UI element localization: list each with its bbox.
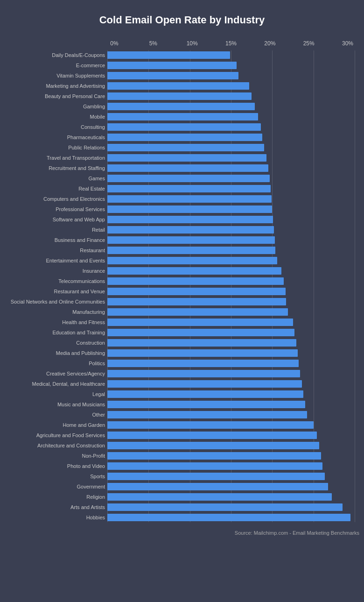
bar-label: Creative Services/Agency: [5, 371, 105, 376]
bar-row: Marketing and Advertising: [107, 81, 355, 91]
bar-label: Computers and Electronics: [5, 196, 105, 202]
bar-row: Arts and Artists: [107, 503, 355, 512]
bar-label: Public Relations: [5, 145, 105, 150]
bar-row: Health and Fitness: [107, 318, 355, 327]
bar-label: Politics: [5, 361, 105, 366]
bar-row: Construction: [107, 338, 355, 347]
bar-label: Architecture and Construction: [5, 443, 105, 448]
bar-row: Social Networks and Online Communities: [107, 297, 355, 306]
bar-label: E-commerce: [5, 63, 105, 68]
bar-label: Education and Training: [5, 330, 105, 335]
x-axis-label: 10%: [185, 40, 199, 47]
bar: [107, 473, 325, 480]
bar: [107, 134, 262, 141]
bar-label: Vitamin Supplements: [5, 73, 105, 78]
bar-row: Creative Services/Agency: [107, 369, 355, 378]
bar: [107, 144, 264, 151]
bar: [107, 298, 286, 305]
bar-row: Restaurant: [107, 246, 355, 255]
bars-area: Daily Deals/E-CouponsE-commerceVitamin S…: [107, 50, 355, 522]
bar-row: Telecommunications: [107, 276, 355, 286]
bar: [107, 154, 266, 162]
x-axis-label: 20%: [263, 40, 277, 47]
bar-label: Photo and Video: [5, 463, 105, 469]
bar: [107, 329, 294, 336]
bar: [107, 257, 277, 264]
bar: [107, 421, 314, 429]
bar-label: Software and Web App: [5, 217, 105, 222]
bar-row: Real Estate: [107, 184, 355, 193]
bar-label: Sports: [5, 474, 105, 479]
bar-label: Non-Profit: [5, 453, 105, 459]
bar-label: Retail: [5, 227, 105, 233]
bar-label: Travel and Transportation: [5, 155, 105, 161]
bar: [107, 503, 343, 511]
bar-label: Agriculture and Food Services: [5, 432, 105, 438]
bar: [107, 205, 272, 213]
bar-label: Construction: [5, 340, 105, 346]
bar: [107, 236, 275, 244]
bar: [107, 185, 271, 192]
bar-label: Restaurant: [5, 248, 105, 253]
bar-label: Arts and Artists: [5, 504, 105, 510]
bar: [107, 82, 249, 90]
bar-row: Religion: [107, 492, 355, 502]
bar-row: Restaurant and Venue: [107, 287, 355, 296]
bar-row: Business and Finance: [107, 235, 355, 245]
bar: [107, 390, 303, 398]
bar: [107, 175, 270, 182]
bar: [107, 226, 274, 234]
bar-row: Home and Garden: [107, 420, 355, 430]
bar: [107, 360, 299, 367]
bar-row: Other: [107, 410, 355, 419]
bar-row: Legal: [107, 390, 355, 399]
bar-row: Agriculture and Food Services: [107, 431, 355, 440]
bar: [107, 247, 275, 254]
bar-row: Media and Publishing: [107, 348, 355, 358]
bar: [107, 380, 302, 388]
bar-label: Gambling: [5, 104, 105, 109]
bar: [107, 493, 332, 501]
bar-row: Insurance: [107, 266, 355, 276]
bar: [107, 483, 328, 490]
bar-label: Insurance: [5, 268, 105, 274]
bar: [107, 319, 293, 326]
bar-label: Legal: [5, 391, 105, 397]
bar-row: Photo and Video: [107, 461, 355, 471]
bar: [107, 216, 273, 223]
bar: [107, 411, 307, 418]
bar: [107, 51, 230, 59]
bar: [107, 514, 350, 521]
bar-label: Mobile: [5, 114, 105, 120]
bar-row: Gambling: [107, 102, 355, 111]
x-axis-label: 15%: [224, 40, 238, 47]
bar-row: Non-Profit: [107, 451, 355, 460]
bar: [107, 164, 268, 172]
bar-label: Professional Services: [5, 206, 105, 212]
bar-label: Telecommunications: [5, 278, 105, 284]
bar-row: Manufacturing: [107, 307, 355, 317]
bar-row: Medical, Dental, and Healthcare: [107, 379, 355, 389]
bar-row: Public Relations: [107, 143, 355, 152]
bar: [107, 103, 255, 110]
bar: [107, 462, 322, 470]
bar-label: Media and Publishing: [5, 350, 105, 356]
bar-label: Government: [5, 484, 105, 489]
chart-title: Cold Email Open Rate by Industry: [99, 14, 265, 26]
bar-label: Pharmaceuticals: [5, 135, 105, 140]
bar-row: Games: [107, 174, 355, 183]
bar-row: Professional Services: [107, 205, 355, 214]
bar-label: Real Estate: [5, 186, 105, 191]
bar-label: Recruitment and Staffing: [5, 165, 105, 171]
bar-label: Business and Finance: [5, 237, 105, 243]
bar-row: Music and Musicians: [107, 400, 355, 409]
grid-line: [355, 50, 355, 522]
bar-row: Daily Deals/E-Coupons: [107, 50, 355, 60]
bar-row: Government: [107, 482, 355, 491]
bar-label: Health and Fitness: [5, 319, 105, 325]
bar-label: Games: [5, 176, 105, 181]
bar: [107, 452, 321, 460]
bar: [107, 308, 288, 316]
bar-row: Beauty and Personal Care: [107, 92, 355, 101]
bar-row: E-commerce: [107, 61, 355, 70]
